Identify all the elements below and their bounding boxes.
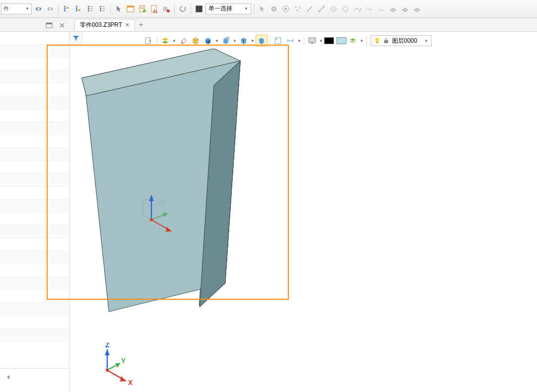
svg-point-55 [375, 38, 379, 42]
gear-icon[interactable] [268, 3, 279, 14]
dropdown-arrow-icon[interactable]: ▼ [214, 39, 219, 43]
list-icon-2[interactable] [97, 3, 108, 14]
arc-icon[interactable] [376, 3, 387, 14]
tree-row[interactable] [0, 32, 69, 45]
cube-shaded-icon[interactable] [202, 35, 214, 47]
svg-rect-19 [127, 6, 134, 7]
svg-rect-0 [64, 6, 66, 7]
points-icon[interactable] [292, 3, 303, 14]
collapse-left-icon[interactable] [3, 372, 14, 383]
tab-add-button[interactable]: + [136, 20, 146, 30]
view-axis-triad: X Y Z [92, 343, 137, 389]
layers-icon[interactable] [347, 35, 359, 47]
unlink-icon[interactable] [45, 3, 56, 14]
panel-close-icon[interactable] [57, 20, 67, 31]
tree-row[interactable] [0, 122, 69, 135]
monitor-icon[interactable] [306, 35, 318, 47]
svg-marker-76 [120, 376, 126, 382]
list-icon-1[interactable] [85, 3, 96, 14]
tree-row[interactable] [0, 45, 69, 58]
svg-rect-45 [181, 42, 183, 44]
dimension-icon[interactable] [284, 35, 296, 47]
tree-row[interactable] [0, 316, 69, 328]
axis-z-label: Z [105, 343, 110, 349]
window-orange-icon[interactable] [125, 3, 136, 14]
play-icon[interactable] [280, 3, 291, 14]
selection-filter-dropdown[interactable]: 单一选择 ▼ [205, 3, 251, 14]
canvas-3d[interactable]: X Y Z [69, 49, 537, 392]
tree-row[interactable] [0, 109, 69, 122]
insert-icon[interactable] [143, 35, 155, 47]
svg-point-32 [295, 6, 297, 7]
dropdown-arrow-icon[interactable]: ▼ [172, 39, 177, 43]
svg-point-37 [319, 10, 320, 12]
rotate-icon[interactable] [177, 3, 188, 14]
surface-icon-1[interactable] [388, 3, 399, 14]
svg-rect-8 [88, 10, 89, 11]
document-new-icon[interactable] [137, 3, 148, 14]
sort-desc-icon[interactable] [73, 3, 84, 14]
cube-iso-icon[interactable] [238, 35, 250, 47]
tree-row[interactable] [0, 264, 69, 277]
sort-asc-icon[interactable] [61, 3, 72, 14]
dropdown-arrow-icon[interactable]: ▼ [232, 39, 237, 43]
filter-funnel-button[interactable] [69, 32, 82, 45]
document-refresh-icon[interactable] [149, 3, 160, 14]
surface-icon-2[interactable] [400, 3, 410, 14]
dropdown-arrow-icon[interactable]: ▼ [359, 39, 364, 43]
tree-row[interactable] [0, 251, 69, 264]
link-icon[interactable] [33, 3, 44, 14]
tree-row[interactable] [0, 199, 69, 212]
dropdown-arrow-icon[interactable]: ▼ [297, 39, 302, 43]
color-swatch-black[interactable] [324, 37, 334, 44]
tree-row[interactable] [0, 303, 69, 316]
line-icon[interactable] [304, 3, 315, 14]
surface-icon-3[interactable] [411, 3, 422, 14]
tree-row[interactable] [0, 174, 69, 187]
tree-row[interactable] [0, 161, 69, 174]
gear-record-icon[interactable] [161, 3, 172, 14]
svg-point-41 [343, 6, 348, 11]
edge-icon[interactable] [316, 3, 327, 14]
tree-row[interactable] [0, 277, 69, 290]
tree-row[interactable] [0, 290, 69, 303]
dropdown-arrow-icon[interactable]: ▼ [319, 39, 324, 43]
dropdown-arrow-icon[interactable]: ▼ [250, 39, 255, 43]
circle-icon[interactable] [340, 3, 351, 14]
tree-row[interactable] [0, 96, 69, 109]
view-plane-icon[interactable] [272, 35, 284, 47]
tree-row[interactable] [0, 83, 69, 96]
color-swatch-cyan[interactable] [336, 37, 346, 44]
tree-row[interactable] [0, 135, 69, 148]
tree-row[interactable] [0, 328, 69, 341]
tree-row[interactable] [0, 187, 69, 199]
left-panel-rows [0, 32, 69, 368]
chevron-down-icon: ▼ [424, 39, 428, 43]
layer-dropdown[interactable]: 图层0000 ▼ [371, 35, 432, 46]
wave-icon[interactable] [364, 3, 375, 14]
selection-box-icon[interactable] [194, 3, 204, 14]
tree-row[interactable] [0, 148, 69, 161]
tab-close-icon[interactable]: ✕ [125, 22, 130, 28]
cube-highlighted-icon[interactable] [256, 35, 268, 47]
part-type-dropdown[interactable]: 件 ▼ [1, 3, 32, 14]
layers-stack-icon[interactable] [159, 35, 171, 47]
tree-row[interactable] [0, 238, 69, 251]
tree-row[interactable] [0, 70, 69, 83]
lock-icon [383, 38, 389, 44]
cube-annotated-icon[interactable]: A [220, 35, 232, 47]
panel-restore-icon[interactable] [44, 20, 55, 31]
left-panel-footer [0, 368, 69, 392]
circle-center-icon[interactable] [328, 3, 339, 14]
pointer-icon[interactable] [257, 3, 268, 14]
eraser-icon[interactable] [177, 35, 189, 47]
cursor-icon[interactable] [113, 3, 124, 14]
spline-icon[interactable] [352, 3, 363, 14]
tree-row[interactable] [0, 225, 69, 238]
cube-wireframe-icon[interactable] [190, 35, 201, 47]
tree-row[interactable] [0, 58, 69, 70]
document-tab[interactable]: 零件003.Z3PRT ✕ [74, 19, 135, 31]
chevron-down-icon: ▼ [25, 6, 29, 11]
viewport[interactable]: ▼ ▼ A ▼ ▼ ▼ ▼ ▼ 图层0000 [69, 32, 537, 392]
tree-row[interactable] [0, 212, 69, 225]
